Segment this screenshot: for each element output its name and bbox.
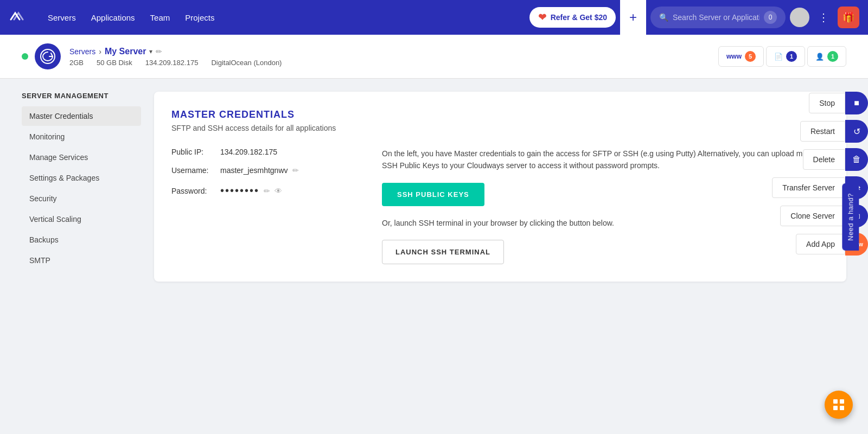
ssh-public-keys-button[interactable]: SSH PUBLIC KEYS — [382, 183, 484, 206]
content-title: MASTER CREDENTIALS — [171, 109, 829, 120]
password-label: Password: — [171, 187, 220, 195]
restart-action-row: Restart ↺ — [800, 120, 868, 143]
username-value: master_jesmhtgnwv — [220, 166, 288, 175]
username-row: Username: master_jesmhtgnwv ✏ — [171, 166, 356, 175]
stop-button[interactable]: Stop — [809, 93, 845, 113]
server-name: My Server — [105, 47, 146, 56]
sidebar-section-title: Server Management — [22, 92, 141, 100]
stop-icon-button[interactable]: ■ — [845, 92, 868, 114]
transfer-server-button[interactable]: Transfer Server — [772, 177, 845, 198]
users-count: 1 — [827, 51, 838, 62]
content-subtitle: SFTP and SSH access details for all appl… — [171, 124, 829, 132]
restart-icon-button[interactable]: ↺ — [845, 120, 868, 143]
password-row: Password: •••••••• ✏ 👁 — [171, 184, 356, 197]
delete-action-row: Delete 🗑 — [803, 148, 868, 171]
breadcrumb-servers-link[interactable]: Servers — [69, 47, 95, 56]
search-bar: 🔍 0 — [650, 7, 786, 28]
server-dropdown-icon[interactable]: ▾ — [149, 48, 152, 55]
password-edit-icon[interactable]: ✏ — [264, 187, 270, 195]
server-meta: 2GB 50 GB Disk 134.209.182.175 DigitalOc… — [69, 59, 282, 67]
main-layout: Server Management Master Credentials Mon… — [0, 79, 868, 295]
gift-button[interactable]: 🎁 — [838, 7, 859, 28]
sidebar-item-manage-services[interactable]: Manage Services — [22, 148, 141, 167]
fab-button[interactable] — [825, 391, 853, 419]
server-edit-icon[interactable]: ✏ — [156, 47, 162, 56]
need-hand-tab[interactable]: Need a hand? — [843, 183, 859, 251]
server-header: Servers › My Server ▾ ✏ 2GB 50 GB Disk 1… — [0, 35, 868, 79]
search-input[interactable] — [673, 13, 760, 22]
server-info: Servers › My Server ▾ ✏ 2GB 50 GB Disk 1… — [69, 47, 282, 67]
delete-icon-button[interactable]: 🗑 — [845, 148, 868, 171]
server-logo — [35, 43, 61, 69]
nav-links: Servers Applications Team Projects — [48, 13, 529, 22]
files-badge[interactable]: 📄 1 — [766, 46, 805, 67]
sidebar-item-settings-packages[interactable]: Settings & Packages — [22, 168, 141, 188]
apps-badge[interactable]: www 5 — [718, 46, 764, 67]
nav-applications[interactable]: Applications — [91, 13, 135, 22]
heart-icon: ❤ — [538, 11, 546, 23]
credentials-grid: Public IP: 134.209.182.175 Username: mas… — [171, 148, 829, 264]
logo[interactable] — [9, 9, 35, 26]
server-disk: 50 GB Disk — [97, 59, 132, 67]
clone-server-button[interactable]: Clone Server — [780, 206, 845, 226]
sidebar-item-monitoring[interactable]: Monitoring — [22, 127, 141, 146]
sidebar-item-vertical-scaling[interactable]: Vertical Scaling — [22, 209, 141, 229]
nav-projects[interactable]: Projects — [185, 13, 214, 22]
public-ip-value: 134.209.182.175 — [220, 148, 277, 156]
password-dots: •••••••• — [220, 184, 259, 197]
username-edit-icon[interactable]: ✏ — [292, 166, 299, 175]
sidebar-item-security[interactable]: Security — [22, 189, 141, 208]
refer-label: Refer & Get $20 — [551, 13, 607, 22]
delete-button[interactable]: Delete — [803, 149, 845, 170]
password-show-icon[interactable]: 👁 — [275, 187, 282, 195]
main-content: ? MASTER CREDENTIALS SFTP and SSH access… — [154, 92, 846, 282]
add-app-button[interactable]: Add App — [796, 234, 845, 254]
stop-action-row: Stop ■ — [809, 92, 868, 114]
user-icon: 👤 — [815, 53, 824, 61]
breadcrumb-chevron: › — [99, 47, 101, 56]
notification-badge[interactable]: 0 — [764, 11, 777, 24]
more-menu-button[interactable]: ⋮ — [814, 11, 833, 24]
username-label: Username: — [171, 166, 220, 175]
nav-right: ❤ Refer & Get $20 + 🔍 0 ⋮ 🎁 — [529, 0, 859, 35]
svg-rect-5 — [840, 406, 844, 410]
description-1: On the left, you have Master credentials… — [382, 148, 829, 172]
public-ip-row: Public IP: 134.209.182.175 — [171, 148, 356, 156]
nav-servers[interactable]: Servers — [48, 13, 76, 22]
server-badges: www 5 📄 1 👤 1 — [718, 46, 846, 67]
sidebar-item-master-credentials[interactable]: Master Credentials — [22, 106, 141, 126]
server-status-dot — [22, 53, 28, 60]
apps-count: 5 — [745, 51, 756, 62]
svg-rect-3 — [840, 399, 844, 404]
www-icon: www — [726, 53, 742, 60]
launch-ssh-terminal-button[interactable]: LAUNCH SSH TERMINAL — [382, 240, 504, 264]
restart-button[interactable]: Restart — [800, 121, 845, 142]
server-size: 2GB — [69, 59, 84, 67]
server-ip: 134.209.182.175 — [145, 59, 199, 67]
credentials-left: Public IP: 134.209.182.175 Username: mas… — [171, 148, 356, 264]
svg-rect-4 — [833, 406, 838, 410]
avatar[interactable] — [790, 8, 809, 27]
users-badge[interactable]: 👤 1 — [807, 46, 846, 67]
svg-rect-2 — [833, 399, 838, 404]
add-server-button[interactable]: + — [620, 0, 646, 35]
sidebar-item-backups[interactable]: Backups — [22, 230, 141, 250]
server-provider: DigitalOcean (London) — [211, 59, 282, 67]
nav-team[interactable]: Team — [150, 13, 170, 22]
public-ip-label: Public IP: — [171, 148, 220, 156]
refer-button[interactable]: ❤ Refer & Get $20 — [529, 7, 616, 28]
files-count: 1 — [786, 51, 797, 62]
sidebar-item-smtp[interactable]: SMTP — [22, 251, 141, 270]
sidebar: Server Management Master Credentials Mon… — [22, 92, 141, 282]
navbar: Servers Applications Team Projects ❤ Ref… — [0, 0, 868, 35]
search-icon: 🔍 — [659, 13, 668, 22]
file-icon: 📄 — [774, 53, 783, 61]
description-2: Or, launch SSH terminal in your browser … — [382, 217, 829, 229]
credentials-right: On the left, you have Master credentials… — [382, 148, 829, 264]
